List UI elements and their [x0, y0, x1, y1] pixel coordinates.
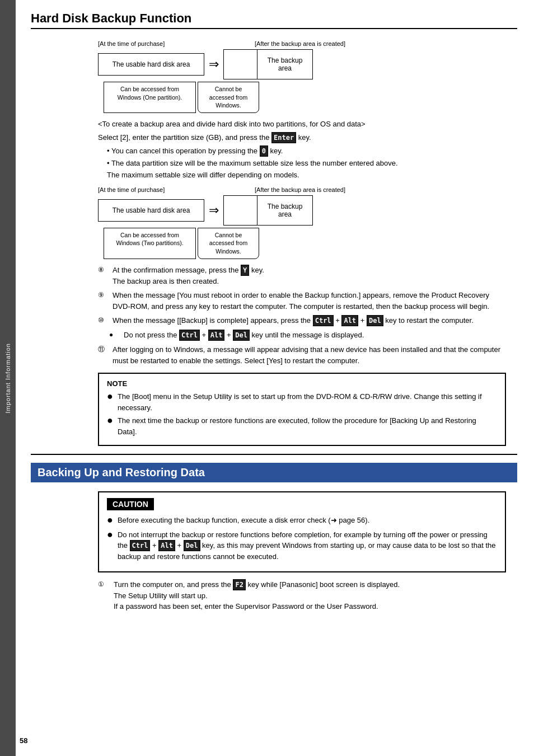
caution-bullet-2: ●: [107, 529, 113, 539]
caution-section: CAUTION ● Before executing the backup fu…: [98, 491, 506, 572]
step-1-text: Turn the computer on, and press the F2 k…: [114, 579, 400, 612]
f2-key: F2: [233, 579, 245, 590]
sidebar-label: Important Information: [4, 343, 11, 414]
diagram1-usable-box: The usable hard disk area: [98, 53, 204, 76]
diagram2-small-spacer: [223, 195, 257, 226]
sidebar: Important Information: [0, 0, 16, 756]
diagram1-access-no: Cannot be accessed from Windows.: [198, 82, 259, 113]
diagram2-access-main: Can be accessed from Windows (Two partit…: [104, 228, 196, 259]
caution-bullet-1: ●: [107, 515, 113, 525]
del-key-10: Del: [367, 315, 383, 326]
item-8: ⑧ At the confirmation message, press the…: [98, 265, 506, 287]
diagram2-container: [At the time of purchase] [After the bac…: [98, 186, 517, 259]
diagram1-backup-box: The backup area: [257, 49, 313, 79]
num-8: ⑧: [98, 265, 109, 287]
section2-title: Backing Up and Restoring Data: [38, 466, 510, 479]
section1-title: Hard Disk Backup Function: [31, 11, 517, 26]
diagram1-container: [At the time of purchase] [After the bac…: [98, 40, 517, 113]
text1-intro: <To create a backup area and divide hard…: [98, 119, 506, 130]
diagram1-label-left: [At the time of purchase]: [98, 40, 221, 47]
main-content: Hard Disk Backup Function [At the time o…: [20, 0, 534, 639]
diagram1-main-row: The usable hard disk area ⇒ The backup a…: [98, 49, 411, 79]
enter-key: Enter: [271, 132, 296, 143]
num-9: ⑨: [98, 290, 109, 312]
diagram2-usable-box: The usable hard disk area: [98, 199, 204, 222]
ctrl-key-b: Ctrl: [179, 330, 200, 341]
numbered-items: ⑧ At the confirmation message, press the…: [98, 265, 506, 367]
y-key: Y: [241, 265, 249, 276]
diagram2-top-labels: [At the time of purchase] [After the bac…: [98, 186, 411, 193]
text1-select: Select [2], enter the partition size (GB…: [98, 132, 506, 143]
note-bullet-1: ●: [107, 391, 113, 401]
alt-key-c: Alt: [158, 540, 175, 551]
section1-header: Hard Disk Backup Function: [31, 11, 517, 29]
diagram2-main-row: The usable hard disk area ⇒ The backup a…: [98, 195, 411, 226]
ctrl-key-c: Ctrl: [130, 540, 151, 551]
divider: [31, 454, 517, 455]
section2-header: Backing Up and Restoring Data: [31, 463, 517, 482]
diagram1-access-main: Can be accessed from Windows (One partit…: [104, 82, 196, 113]
num-11: ⑪: [98, 344, 109, 366]
alt-key-b: Alt: [208, 330, 225, 341]
del-key-c: Del: [184, 540, 200, 551]
diagram1-top-labels: [At the time of purchase] [After the bac…: [98, 40, 411, 47]
ctrl-key-10: Ctrl: [313, 315, 334, 326]
bullet-dot: ●: [109, 330, 120, 341]
item-10-bullet: ● Do not press the Ctrl + Alt + Del key …: [109, 330, 506, 341]
diagram2-label-right: [After the backup area is created]: [255, 186, 345, 193]
step-num-1: ①: [98, 579, 110, 612]
page-number: 58: [20, 736, 27, 745]
del-key-b: Del: [233, 330, 250, 341]
diagram2: [At the time of purchase] [After the bac…: [98, 186, 411, 259]
caution-item-1: ● Before executing the backup function, …: [107, 515, 497, 526]
body-text-1: <To create a backup area and divide hard…: [98, 119, 506, 181]
bullet1: • You can cancel this operation by press…: [107, 145, 506, 157]
diagram2-access-no: Cannot be accessed from Windows.: [198, 228, 259, 259]
bullet3: The maximum settable size will differ de…: [107, 170, 506, 181]
note-bullet-2: ●: [107, 415, 113, 425]
diagram1-small-spacer: [223, 49, 257, 79]
diagram2-bottom-labels: Can be accessed from Windows (Two partit…: [98, 228, 411, 259]
diagram2-backup-box: The backup area: [257, 195, 313, 226]
item-11: ⑪ After logging on to Windows, a message…: [98, 344, 506, 366]
diagram2-label-left: [At the time of purchase]: [98, 186, 221, 193]
diagram1-arrow: ⇒: [209, 57, 219, 72]
item-9: ⑨ When the message [You must reboot in o…: [98, 290, 506, 312]
alt-key-10: Alt: [341, 315, 358, 326]
diagram2-arrow: ⇒: [209, 203, 219, 218]
diagram1-bottom-labels: Can be accessed from Windows (One partit…: [98, 82, 411, 113]
note-title: NOTE: [107, 379, 497, 388]
zero-key: 0: [260, 145, 268, 157]
diagram2-right-boxes: The backup area: [223, 195, 313, 226]
num-10: ⑩: [98, 315, 109, 326]
caution-item-2: ● Do not interrupt the backup or restore…: [107, 529, 497, 562]
caution-title: CAUTION: [107, 498, 154, 510]
note-item-2: ● The next time the backup or restore fu…: [107, 415, 497, 437]
item-10: ⑩ When the message [[Backup] is complete…: [98, 315, 506, 326]
bullet2: • The data partition size will be the ma…: [107, 158, 506, 169]
diagram1-right-boxes: The backup area: [223, 49, 313, 79]
diagram1-label-right: [After the backup area is created]: [255, 40, 345, 47]
note-item-1: ● The [Boot] menu in the Setup Utility i…: [107, 391, 497, 413]
step-1: ① Turn the computer on, and press the F2…: [98, 579, 506, 612]
note-box: NOTE ● The [Boot] menu in the Setup Util…: [98, 373, 506, 446]
diagram1: [At the time of purchase] [After the bac…: [98, 40, 411, 113]
